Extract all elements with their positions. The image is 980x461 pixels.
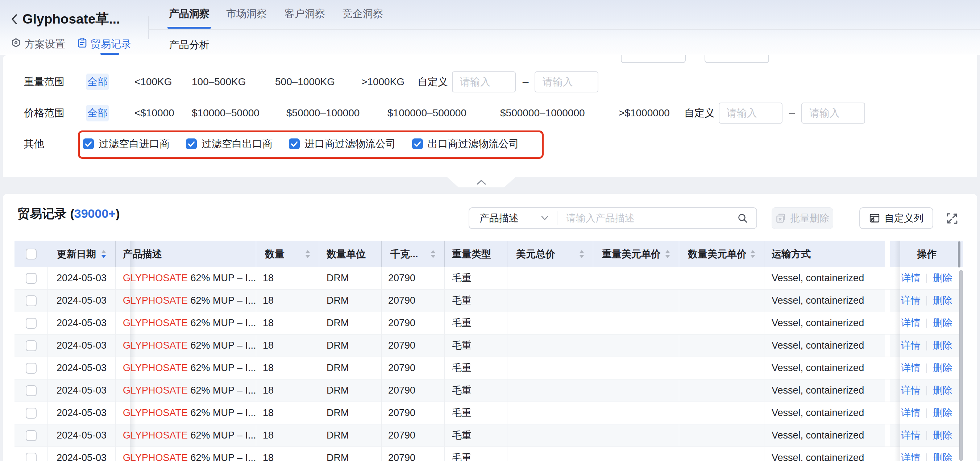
cell-usd-per-quantity <box>679 267 764 289</box>
delete-link[interactable]: 删除 <box>933 334 953 357</box>
sidebar-item-plan-settings[interactable]: 方案设置 <box>11 38 65 51</box>
cell-usd-per-quantity <box>679 357 764 379</box>
delete-link[interactable]: 删除 <box>933 357 953 379</box>
sorter-update-date[interactable] <box>101 250 106 258</box>
row-checkbox[interactable] <box>26 318 37 329</box>
table-row: 2024-05-03 GLYPHOSATE 62% MUP – I... 18 … <box>14 402 963 424</box>
cell-usd-per-quantity <box>679 424 764 447</box>
price-opt-1[interactable]: <$10000 <box>134 105 174 121</box>
sorter-quantity[interactable] <box>305 250 310 258</box>
weight-opt-500-1000[interactable]: 500–1000KG <box>275 73 335 90</box>
highlighted-keyword: GLYPHOSATE <box>123 407 188 418</box>
delete-link[interactable]: 删除 <box>933 447 953 461</box>
cell-quantity-unit: DRM <box>319 380 382 402</box>
cell-update-date: 2024-05-03 <box>48 424 116 447</box>
cell-quantity: 18 <box>256 312 319 334</box>
page-header: Glyphosate草... 方案设置 贸易记录 产品洞察 市场洞察 客户洞察 … <box>0 0 980 55</box>
delete-link[interactable]: 删除 <box>933 424 953 447</box>
detail-link[interactable]: 详情 <box>901 424 921 447</box>
price-min-input[interactable] <box>719 103 783 124</box>
row-checkbox[interactable] <box>26 296 37 306</box>
row-checkbox[interactable] <box>26 273 37 284</box>
detail-link[interactable]: 详情 <box>901 289 921 312</box>
delete-link[interactable]: 删除 <box>933 312 953 334</box>
checkbox-exporter-filter-logistics[interactable]: 出口商过滤物流公司 <box>412 138 519 149</box>
tab-market-insight[interactable]: 市场洞察 <box>226 6 267 21</box>
cell-product-desc: GLYPHOSATE 62% MUP – I... <box>116 447 256 461</box>
sidebar-item-trade-records[interactable]: 贸易记录 <box>78 38 131 51</box>
price-max-input[interactable] <box>801 103 865 124</box>
row-checkbox[interactable] <box>26 340 37 351</box>
row-checkbox[interactable] <box>26 430 37 441</box>
vertical-scrollbar-thumb[interactable] <box>959 270 963 461</box>
weight-opt-100-500[interactable]: 100–500KG <box>192 73 246 90</box>
cell-usd-per-quantity <box>679 402 764 424</box>
search-icon[interactable] <box>737 212 748 224</box>
price-opt-5[interactable]: $500000–1000000 <box>500 105 585 121</box>
tab-product-insight[interactable]: 产品洞察 <box>169 6 210 21</box>
sorter-kilograms[interactable] <box>431 250 436 258</box>
delete-link[interactable]: 删除 <box>933 267 953 289</box>
delete-link[interactable]: 删除 <box>933 289 953 312</box>
checkbox-filter-blank-importer[interactable]: 过滤空白进口商 <box>83 138 170 149</box>
row-checkbox[interactable] <box>26 453 37 461</box>
price-opt-3[interactable]: $50000–100000 <box>286 105 360 121</box>
sorter-usd-per-weight[interactable] <box>665 250 670 258</box>
cell-transport-mode: Vessel, containerized <box>764 447 885 461</box>
back-icon[interactable] <box>10 13 19 27</box>
sorter-usd-total[interactable] <box>579 250 584 258</box>
delete-link[interactable]: 删除 <box>933 380 953 402</box>
select-all-checkbox[interactable] <box>26 249 37 259</box>
cell-actions: 详情 删除 <box>890 380 963 402</box>
chevron-down-icon <box>540 215 549 221</box>
table-header-row: 更新日期 产品描述 数量 数量单位 千克... 重量类型 美元总价 重量美元单价 <box>14 241 963 267</box>
tab-customer-insight[interactable]: 客户洞察 <box>285 6 325 21</box>
price-opt-4[interactable]: $100000–500000 <box>387 105 466 121</box>
tab-product-analysis[interactable]: 产品分析 <box>169 38 210 52</box>
price-opt-6[interactable]: >$1000000 <box>619 105 670 121</box>
detail-link[interactable]: 详情 <box>901 267 921 289</box>
weight-max-input[interactable] <box>535 72 598 92</box>
delete-link[interactable]: 删除 <box>933 402 953 424</box>
batch-delete-button[interactable]: 批量删除 <box>772 207 833 229</box>
detail-link[interactable]: 详情 <box>901 312 921 334</box>
row-checkbox[interactable] <box>26 385 37 396</box>
cell-usd-per-weight <box>593 334 679 357</box>
detail-link[interactable]: 详情 <box>901 357 921 379</box>
search-input[interactable] <box>557 213 737 224</box>
cell-usd-per-weight <box>593 312 679 334</box>
fixed-column-gap <box>885 241 890 267</box>
weight-opt-lt100[interactable]: <100KG <box>134 73 172 90</box>
cell-usd-total <box>508 424 593 447</box>
weight-opt-gt1000[interactable]: >1000KG <box>361 73 404 90</box>
custom-columns-button[interactable]: 自定义列 <box>859 207 933 229</box>
detail-link[interactable]: 详情 <box>901 334 921 357</box>
fullscreen-icon[interactable] <box>946 212 958 226</box>
weight-min-input[interactable] <box>452 72 516 92</box>
tab-competitor-insight[interactable]: 竞企洞察 <box>342 6 383 21</box>
collapse-filters-handle[interactable] <box>447 177 516 188</box>
highlighted-keyword: GLYPHOSATE <box>123 318 188 328</box>
cell-usd-per-quantity <box>679 334 764 357</box>
cell-actions: 详情 删除 <box>890 357 963 379</box>
row-checkbox[interactable] <box>26 408 37 419</box>
price-opt-2[interactable]: $10000–50000 <box>192 105 259 121</box>
sorter-usd-per-quantity[interactable] <box>750 250 755 258</box>
cell-weight-type: 毛重 <box>445 334 508 357</box>
weight-all-chip[interactable]: 全部 <box>86 73 109 90</box>
detail-link[interactable]: 详情 <box>901 402 921 424</box>
detail-link[interactable]: 详情 <box>901 380 921 402</box>
col-usd-total: 美元总价 <box>508 241 593 267</box>
checkbox-filter-blank-exporter[interactable]: 过滤空白出口商 <box>186 138 272 149</box>
col-weight-type: 重量类型 <box>445 241 508 267</box>
checkbox-importer-filter-logistics[interactable]: 进口商过滤物流公司 <box>289 138 396 149</box>
cell-weight-type: 毛重 <box>445 357 508 379</box>
cell-update-date: 2024-05-03 <box>48 402 116 424</box>
detail-link[interactable]: 详情 <box>901 447 921 461</box>
cell-quantity-unit: DRM <box>319 357 382 379</box>
price-range-label: 价格范围 <box>24 105 65 121</box>
table-row: 2024-05-03 GLYPHOSATE 62% MUP – I... 18 … <box>14 312 963 334</box>
search-field-select[interactable]: 产品描述 <box>469 211 557 225</box>
row-checkbox[interactable] <box>26 363 37 374</box>
price-all-chip[interactable]: 全部 <box>86 105 109 121</box>
